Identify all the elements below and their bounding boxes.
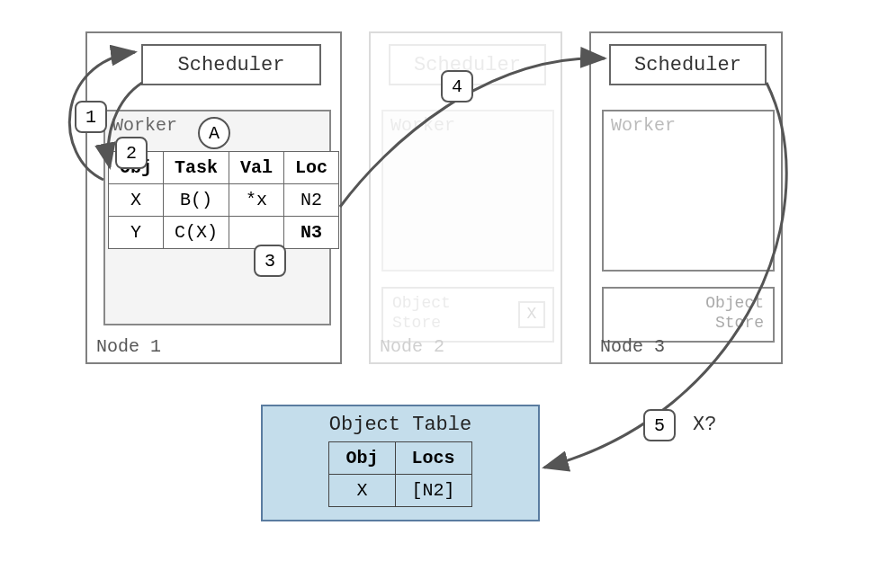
node3-object-store: Object Store [602, 287, 775, 343]
node1-label: Node 1 [96, 336, 161, 357]
object-x-badge: X [518, 301, 545, 328]
node2-objstore-label: Object Store [392, 294, 451, 332]
node3-label: Node 3 [600, 336, 665, 357]
query-x-label: X? [693, 414, 716, 436]
wt-h-loc: Loc [284, 152, 339, 184]
node3-objstore-label: Object Store [705, 294, 764, 332]
object-table-title: Object Table [281, 414, 520, 436]
node2-worker: Worker [381, 110, 554, 272]
node2-worker-label: Worker [390, 115, 455, 136]
node3-worker-label: Worker [611, 115, 676, 136]
node1-worker-label: Worker [112, 115, 177, 136]
step-badge-1: 1 [75, 101, 107, 133]
wt-h-val: Val [229, 152, 284, 184]
table-row: Y C(X) N3 [109, 217, 339, 249]
object-table: Object Table Obj Locs X [N2] [261, 405, 540, 521]
badge-a: A [198, 117, 230, 149]
node3-scheduler-label: Scheduler [634, 54, 741, 76]
node3-worker: Worker [602, 110, 775, 272]
table-row: X B() *x N2 [109, 184, 339, 217]
object-table-data: Obj Locs X [N2] [328, 441, 471, 507]
node3-scheduler: Scheduler [609, 44, 767, 85]
node1-scheduler: Scheduler [141, 44, 321, 85]
node1-scheduler-label: Scheduler [178, 54, 285, 76]
table-row: X [N2] [329, 475, 471, 507]
step-badge-4: 4 [441, 70, 473, 102]
wt-h-task: Task [164, 152, 229, 184]
node2-label: Node 2 [380, 336, 444, 357]
node-3: Scheduler Worker Object Store Node 3 [589, 31, 783, 364]
step-badge-2: 2 [115, 137, 148, 169]
step-badge-3: 3 [254, 245, 286, 277]
step-badge-5: 5 [643, 409, 676, 441]
node2-object-store: Object Store X [381, 287, 554, 343]
